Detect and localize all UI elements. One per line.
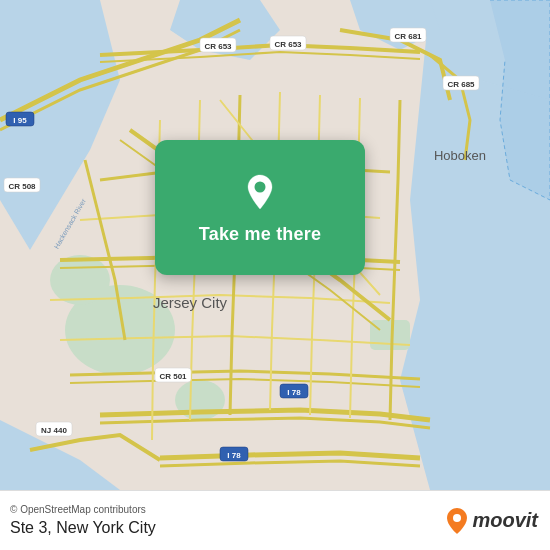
svg-text:I 78: I 78 [287, 388, 301, 397]
bottom-bar: © OpenStreetMap contributors Ste 3, New … [0, 490, 550, 550]
take-me-there-button[interactable]: Take me there [199, 224, 321, 245]
svg-text:NJ 440: NJ 440 [41, 426, 67, 435]
svg-text:CR 653: CR 653 [204, 42, 232, 51]
svg-text:CR 501: CR 501 [159, 372, 187, 381]
copyright-text: © OpenStreetMap contributors [10, 504, 156, 515]
svg-point-8 [50, 255, 110, 305]
svg-text:CR 653: CR 653 [274, 40, 302, 49]
svg-point-37 [453, 514, 461, 522]
svg-text:I 78: I 78 [227, 451, 241, 460]
location-pin-icon [239, 171, 281, 213]
location-label: Ste 3, New York City [10, 519, 156, 537]
moovit-brand-name: moovit [472, 509, 538, 532]
svg-text:I 95: I 95 [13, 116, 27, 125]
map-container: CR 653 CR 653 CR 681 CR 685 I 95 CR 508 … [0, 0, 550, 490]
svg-text:CR 681: CR 681 [394, 32, 422, 41]
svg-text:CR 685: CR 685 [447, 80, 475, 89]
bottom-left: © OpenStreetMap contributors Ste 3, New … [10, 504, 156, 537]
svg-text:Jersey City: Jersey City [153, 294, 228, 311]
svg-text:CR 508: CR 508 [8, 182, 36, 191]
svg-text:Hoboken: Hoboken [434, 148, 486, 163]
action-card[interactable]: Take me there [155, 140, 365, 275]
location-icon-wrap [238, 170, 282, 214]
moovit-pin-icon [446, 507, 468, 535]
moovit-logo: moovit [446, 507, 538, 535]
svg-point-36 [255, 182, 266, 193]
